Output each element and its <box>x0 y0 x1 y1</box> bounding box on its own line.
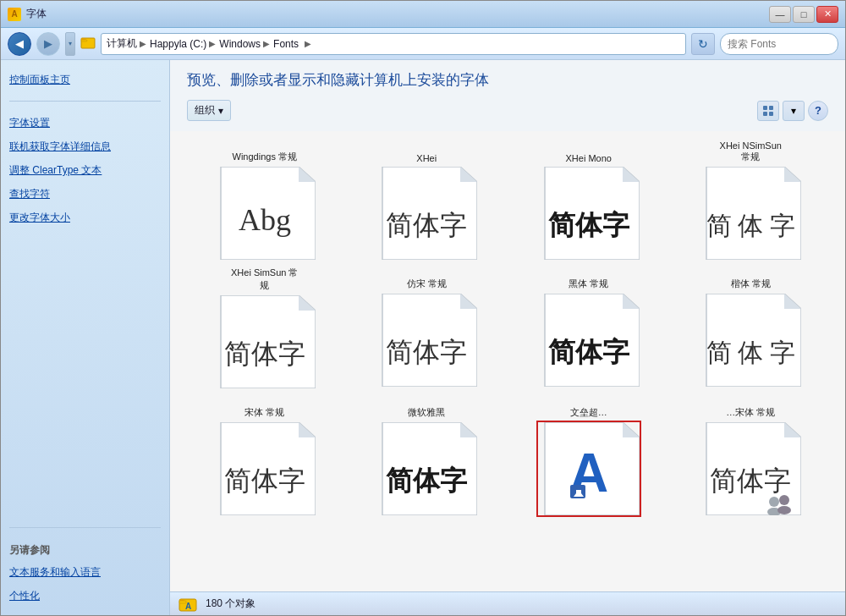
svg-point-46 <box>769 497 779 507</box>
font-label-xhei-mono: XHei Mono <box>566 140 612 163</box>
path-icon <box>80 35 96 52</box>
address-path[interactable]: 计算机 ▶ Happyla (C:) ▶ Windows ▶ Fonts ▶ <box>101 33 686 55</box>
sidebar-link-online-fonts[interactable]: 联机获取字体详细信息 <box>9 137 161 156</box>
svg-text:A: A <box>185 602 191 611</box>
font-icon-xhei-nsimsun: 简 体 字 <box>700 167 801 260</box>
view-button-dropdown[interactable]: ▾ <box>783 101 805 121</box>
path-segment-windows: Windows ▶ <box>219 38 270 50</box>
svg-text:简体字: 简体字 <box>386 210 467 240</box>
toolbar: 组织 ▾ ▾ <box>187 96 828 124</box>
svg-rect-1 <box>81 40 87 41</box>
font-grid: Wingdings 常规 Abg XHei <box>187 140 828 515</box>
help-button[interactable]: ? <box>808 101 828 121</box>
font-label-heiti: 黑体 常规 <box>569 267 608 290</box>
font-label-xhei: XHei <box>416 140 437 163</box>
sidebar: 控制面板主页 字体设置 联机获取字体详细信息 调整 ClearType 文本 查… <box>1 60 170 615</box>
window-title: 字体 <box>26 7 47 21</box>
search-input[interactable] <box>728 38 846 50</box>
font-item-songti[interactable]: 宋体 常规 简体字 <box>187 395 343 515</box>
font-grid-container: Wingdings 常规 Abg XHei <box>170 131 845 591</box>
font-icon-heiti: 简体字 <box>538 294 640 387</box>
font-icon-kaiti: 简 体 字 <box>700 294 801 387</box>
status-folder-icon: A <box>179 595 197 613</box>
back-button[interactable]: ◀ <box>8 32 31 56</box>
window: A 字体 — □ ✕ ◀ ▶ ▾ 计算机 ▶ Happyla <box>0 0 846 616</box>
font-item-wenleichao[interactable]: 文垒超… A <box>511 395 667 515</box>
forward-button[interactable]: ▶ <box>36 32 60 56</box>
svg-text:简体字: 简体字 <box>548 210 630 240</box>
sidebar-link-personalize[interactable]: 个性化 <box>9 586 161 605</box>
font-label-songti: 宋体 常规 <box>244 395 284 419</box>
status-text: 180 个对象 <box>206 597 255 611</box>
font-label-yahei: 微软雅黑 <box>408 395 445 419</box>
title-bar: A 字体 — □ ✕ <box>1 1 845 28</box>
font-icon-xhei-mono: 简体字 <box>538 167 640 260</box>
svg-rect-6 <box>769 112 773 116</box>
font-item-fangsong[interactable]: 仿宋 常规 简体字 <box>349 267 505 388</box>
nav-dropdown[interactable]: ▾ <box>65 32 75 56</box>
font-item-wingdings[interactable]: Wingdings 常规 Abg <box>187 140 343 260</box>
font-item-xhei[interactable]: XHei 简体字 <box>349 140 505 260</box>
svg-rect-3 <box>763 106 767 110</box>
font-item-more-songti[interactable]: …宋体 常规 简体字 <box>673 395 829 515</box>
main-container: 控制面板主页 字体设置 联机获取字体详细信息 调整 ClearType 文本 查… <box>1 60 845 615</box>
svg-text:简 体 字: 简 体 字 <box>706 338 795 366</box>
sidebar-link-find-char[interactable]: 查找字符 <box>9 184 161 203</box>
font-item-xhei-nsimsun[interactable]: XHei NSimSun常规 简 体 字 <box>673 140 829 260</box>
svg-point-48 <box>779 495 789 505</box>
svg-text:简体字: 简体字 <box>548 337 630 367</box>
refresh-button[interactable]: ↻ <box>691 33 715 55</box>
font-label-xhei-nsimsun: XHei NSimSun常规 <box>720 140 782 163</box>
title-bar-left: A 字体 <box>8 7 47 21</box>
font-item-xhei-mono[interactable]: XHei Mono 简体字 <box>511 140 667 260</box>
font-icon-xhei-simsun: 简体字 <box>214 295 316 388</box>
font-item-yahei[interactable]: 微软雅黑 简体字 <box>349 395 505 515</box>
title-buttons: — □ ✕ <box>769 6 838 23</box>
svg-text:简体字: 简体字 <box>386 337 467 367</box>
svg-text:简 体 字: 简 体 字 <box>706 212 795 239</box>
font-item-xhei-simsun[interactable]: XHei SimSun 常规 简体字 <box>187 267 343 388</box>
font-icon-more-songti: 简体字 <box>700 422 801 515</box>
sidebar-link-home[interactable]: 控制面板主页 <box>9 70 161 89</box>
status-bar: A 180 个对象 <box>170 591 845 615</box>
search-box[interactable]: 🔍 <box>720 33 838 55</box>
maximize-button[interactable]: □ <box>793 6 815 23</box>
toolbar-right: ▾ ? <box>757 101 828 121</box>
organize-button[interactable]: 组织 ▾ <box>187 100 231 121</box>
sidebar-link-text-services[interactable]: 文本服务和输入语言 <box>9 563 161 581</box>
font-icon-yahei: 简体字 <box>376 422 477 515</box>
font-label-wingdings: Wingdings 常规 <box>233 140 297 163</box>
svg-point-49 <box>777 506 791 514</box>
sidebar-divider <box>9 101 161 102</box>
page-title: 预览、删除或者显示和隐藏计算机上安装的字体 <box>187 70 828 90</box>
svg-rect-4 <box>769 106 773 110</box>
svg-rect-5 <box>763 112 767 116</box>
font-icon-songti: 简体字 <box>214 422 316 515</box>
sidebar-link-font-size[interactable]: 更改字体大小 <box>9 208 161 227</box>
svg-text:简体字: 简体字 <box>224 338 305 369</box>
organize-dropdown-icon: ▾ <box>218 105 223 117</box>
font-label-kaiti: 楷体 常规 <box>731 267 771 290</box>
font-label-wenleichao: 文垒超… <box>570 395 607 419</box>
font-icon-xhei: 简体字 <box>376 167 477 260</box>
font-icon-fangsong: 简体字 <box>376 294 477 387</box>
svg-text:简体字: 简体字 <box>386 465 468 496</box>
minimize-button[interactable]: — <box>769 6 791 23</box>
sidebar-other-section: 另请参阅 <box>9 543 161 558</box>
svg-text:简体字: 简体字 <box>224 465 305 496</box>
sidebar-link-cleartype[interactable]: 调整 ClearType 文本 <box>9 161 161 179</box>
svg-rect-42 <box>576 490 581 493</box>
font-label-fangsong: 仿宋 常规 <box>407 267 447 290</box>
sidebar-link-font-settings[interactable]: 字体设置 <box>9 113 161 132</box>
view-button-1[interactable] <box>757 101 779 121</box>
font-item-heiti[interactable]: 黑体 常规 简体字 <box>511 267 667 388</box>
path-segment-computer: 计算机 ▶ <box>107 36 146 51</box>
close-button[interactable]: ✕ <box>816 6 838 23</box>
svg-text:简体字: 简体字 <box>710 465 791 496</box>
font-item-kaiti[interactable]: 楷体 常规 简 体 字 <box>673 267 829 388</box>
content-header: 预览、删除或者显示和隐藏计算机上安装的字体 组织 ▾ <box>170 60 845 131</box>
sidebar-divider-2 <box>9 527 161 528</box>
font-icon-wingdings: Abg <box>214 167 316 260</box>
font-label-more-songti: …宋体 常规 <box>726 395 775 419</box>
address-bar: ◀ ▶ ▾ 计算机 ▶ Happyla (C:) ▶ Windows ▶ <box>1 28 845 60</box>
